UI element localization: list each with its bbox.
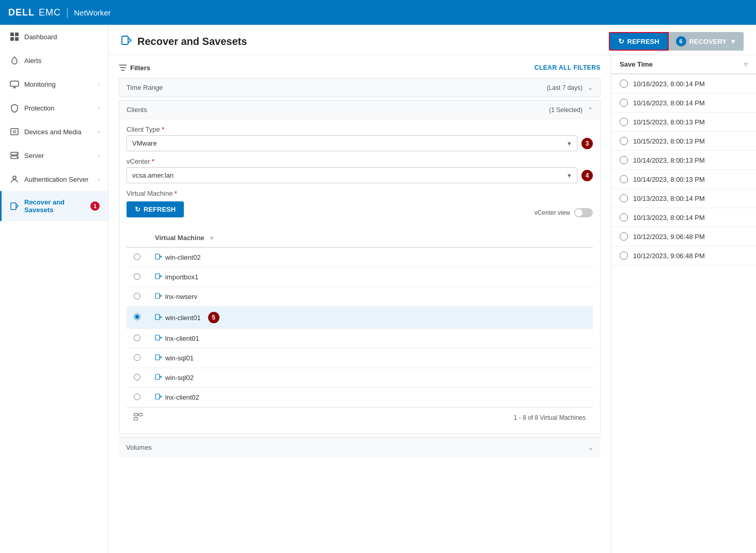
savetime-row[interactable]: 10/16/2023, 8:00:14 PM <box>611 93 756 113</box>
svg-rect-14 <box>122 36 128 44</box>
table-row[interactable]: lnx-client01 <box>127 329 593 349</box>
savetime-radio-7[interactable] <box>620 213 628 222</box>
vm-radio-7[interactable] <box>134 393 140 400</box>
table-row[interactable]: importbox1 <box>127 267 593 287</box>
emc-text: EMC <box>39 7 61 18</box>
sidebar-item-protection[interactable]: Protection › <box>0 96 108 120</box>
savetime-row[interactable]: 10/15/2023, 8:00:13 PM <box>611 113 756 132</box>
savetime-radio-4[interactable] <box>620 156 628 164</box>
filter-icon[interactable]: ▿ <box>210 235 213 241</box>
savetime-row[interactable]: 10/16/2023, 8:00:14 PM <box>611 74 756 93</box>
filter-timerange-header[interactable]: Time Range (Last 7 days) ⌄ <box>119 78 600 97</box>
savetime-value: 10/16/2023, 8:00:14 PM <box>633 80 705 88</box>
filter-clients-header[interactable]: Clients (1 Selected) ⌃ <box>119 101 600 119</box>
table-row[interactable]: win-client015 <box>127 307 593 329</box>
savetime-radio-5[interactable] <box>620 175 628 183</box>
sidebar-item-dashboard[interactable]: Dashboard <box>0 25 108 49</box>
filters-header: Filters CLEAR ALL FILTERS <box>119 64 601 72</box>
sidebar-item-alerts[interactable]: Alerts <box>0 49 108 72</box>
client-type-select-wrapper: VMware Physical NAS ▼ <box>127 135 577 151</box>
savetime-value: 10/15/2023, 8:00:13 PM <box>633 137 705 145</box>
savetime-radio-3[interactable] <box>620 137 628 145</box>
table-row[interactable]: lnx-client02 <box>127 388 593 407</box>
clear-all-filters-button[interactable]: CLEAR ALL FILTERS <box>534 64 601 71</box>
savetime-row[interactable]: 10/12/2023, 9:06:48 PM <box>611 246 756 265</box>
clients-expanded: Client Type * VMware Physical NAS <box>119 119 600 433</box>
step-4-badge: 4 <box>581 170 593 181</box>
auth-icon <box>10 175 19 184</box>
table-row[interactable]: win-sql02 <box>127 368 593 388</box>
vcenter-view-toggle[interactable] <box>574 208 593 217</box>
volumes-header[interactable]: Volumes ⌄ <box>119 437 601 457</box>
sidebar-item-devices[interactable]: Devices and Media › <box>0 120 108 144</box>
savetime-row[interactable]: 10/13/2023, 8:00:14 PM <box>611 208 756 227</box>
sidebar-item-recover[interactable]: Recover and Savesets 1 <box>0 191 108 221</box>
table-row[interactable]: win-sql01 <box>127 349 593 368</box>
volumes-label: Volumes <box>126 444 588 451</box>
svg-rect-19 <box>155 335 160 340</box>
savetime-radio-1[interactable] <box>620 99 628 107</box>
sidebar-item-label: Monitoring <box>24 81 92 88</box>
sidebar-item-label: Protection <box>24 104 92 112</box>
filter-row-clients: Clients (1 Selected) ⌃ Client Type * <box>119 100 601 434</box>
savetime-value: 10/12/2023, 9:06:48 PM <box>633 233 705 241</box>
vm-radio-6[interactable] <box>134 374 140 381</box>
vm-radio-3[interactable] <box>134 313 140 320</box>
chevron-right-icon: › <box>98 129 100 135</box>
chevron-right-icon: › <box>98 176 100 182</box>
vm-refresh-button[interactable]: ↻ REFRESH <box>127 201 184 217</box>
table-row[interactable]: win-client02 <box>127 247 593 267</box>
savetime-radio-6[interactable] <box>620 194 628 202</box>
table-footer-icon <box>134 413 143 422</box>
savetime-row[interactable]: 10/14/2023, 8:00:13 PM <box>611 170 756 189</box>
vm-radio-4[interactable] <box>134 335 140 341</box>
vm-radio-5[interactable] <box>134 354 140 361</box>
savetime-row[interactable]: 10/15/2023, 8:00:13 PM <box>611 132 756 151</box>
savetime-radio-2[interactable] <box>620 118 628 126</box>
sidebar-item-server[interactable]: Server › <box>0 144 108 167</box>
vm-name: win-client02 <box>165 254 201 261</box>
chevron-up-icon: ⌃ <box>588 106 593 114</box>
refresh-button[interactable]: ↻ REFRESH <box>609 32 669 51</box>
svg-point-10 <box>17 153 18 154</box>
recovery-button[interactable]: 6 RECOVERY ▼ <box>669 32 744 51</box>
savetime-radio-9[interactable] <box>620 251 628 260</box>
savetime-row[interactable]: 10/12/2023, 9:06:48 PM <box>611 227 756 246</box>
sidebar-item-monitoring[interactable]: Monitoring › <box>0 72 108 96</box>
vm-icon <box>155 313 162 322</box>
vm-name: win-sql01 <box>165 354 194 362</box>
recover-icon <box>10 201 19 211</box>
vm-radio-1[interactable] <box>134 273 140 280</box>
save-time-label: Save Time <box>620 60 653 68</box>
svg-point-7 <box>13 131 16 133</box>
vm-radio-2[interactable] <box>134 293 140 299</box>
sidebar-item-label: Authentication Server <box>24 176 92 183</box>
filter-row-volumes: Volumes ⌄ <box>119 437 601 457</box>
savetime-value: 10/14/2023, 8:00:13 PM <box>633 176 705 183</box>
savetime-radio-0[interactable] <box>620 80 628 88</box>
product-name: NetWorker <box>74 8 111 17</box>
table-footer-count: 1 - 8 of 8 Virtual Machines <box>514 414 586 421</box>
savetime-row[interactable]: 10/14/2023, 8:00:13 PM <box>611 151 756 170</box>
table-row[interactable]: lnx-nwserv <box>127 287 593 307</box>
client-type-select[interactable]: VMware Physical NAS <box>127 135 577 151</box>
svg-rect-23 <box>134 414 138 416</box>
vm-radio-0[interactable] <box>134 254 140 260</box>
required-marker: * <box>175 189 177 197</box>
vm-name: win-sql02 <box>165 374 194 382</box>
sidebar-item-auth[interactable]: Authentication Server › <box>0 167 108 191</box>
vm-table-radio-header <box>127 229 148 247</box>
savetime-radio-8[interactable] <box>620 232 628 241</box>
svg-rect-16 <box>155 274 160 279</box>
chevron-down-icon: ⌄ <box>588 444 593 451</box>
chevron-right-icon: › <box>98 152 100 159</box>
savetime-filter-icon[interactable]: ▿ <box>744 60 748 68</box>
filter-clients-label: Clients <box>127 106 549 114</box>
vm-name: lnx-client01 <box>165 335 199 342</box>
vm-icon <box>155 373 162 382</box>
vm-icon <box>155 273 162 281</box>
savetime-row[interactable]: 10/13/2023, 8:00:14 PM <box>611 189 756 208</box>
vcenter-select[interactable]: vcsa.amer.lan <box>127 167 577 183</box>
vm-icon <box>155 334 162 343</box>
dashboard-icon <box>10 32 19 41</box>
